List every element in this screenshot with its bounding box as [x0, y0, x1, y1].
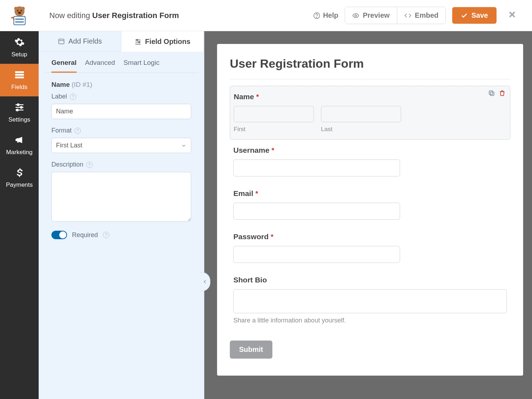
label-input[interactable]: [51, 104, 191, 119]
label-caption-row: Label ?: [51, 93, 191, 100]
required-star: *: [255, 190, 258, 198]
label-caption: Label: [51, 93, 67, 100]
description-caption: Description: [51, 161, 83, 168]
field-name-label: Name: [234, 92, 254, 101]
nav-fields-label: Fields: [11, 84, 27, 90]
description-textarea[interactable]: [51, 172, 191, 221]
svg-rect-29: [489, 91, 493, 94]
password-input[interactable]: [233, 246, 400, 263]
svg-point-11: [355, 15, 356, 16]
panel-tabs: Add Fields Field Options: [39, 31, 204, 52]
format-caption-row: Format ?: [51, 127, 191, 134]
option-subtabs: General Advanced Smart Logic: [44, 53, 199, 73]
preview-field-password[interactable]: Password *: [230, 226, 510, 269]
bio-description: Share a little information about yoursel…: [233, 317, 507, 324]
format-caption: Format: [51, 127, 72, 134]
required-caption: Required: [72, 231, 98, 239]
nav-marketing[interactable]: Marketing: [0, 129, 39, 162]
field-name: Name: [51, 81, 70, 88]
close-button[interactable]: [503, 10, 521, 21]
svg-rect-14: [15, 77, 24, 78]
nav-setup[interactable]: Setup: [0, 31, 39, 64]
svg-point-2: [21, 7, 25, 10]
close-icon: [508, 10, 516, 19]
preview-field-username[interactable]: Username *: [230, 140, 510, 183]
help-label: Help: [323, 11, 338, 19]
embed-button[interactable]: Embed: [397, 7, 446, 24]
field-tools: [488, 90, 506, 97]
svg-rect-12: [15, 71, 24, 73]
chevron-left-icon: [203, 279, 207, 284]
save-button[interactable]: Save: [452, 7, 497, 24]
svg-point-4: [21, 10, 22, 11]
preview-field-email[interactable]: Email *: [230, 183, 510, 226]
help-icon[interactable]: ?: [103, 232, 109, 238]
check-icon: [461, 12, 468, 19]
svg-rect-28: [491, 92, 494, 96]
username-input[interactable]: [233, 159, 400, 176]
help-icon[interactable]: ?: [86, 162, 93, 168]
preview-field-bio[interactable]: Short Bio Share a little information abo…: [230, 269, 510, 331]
field-id: (ID #1): [72, 81, 92, 88]
page-title: Now editing User Registration Form: [39, 11, 313, 20]
description-caption-row: Description ?: [51, 161, 191, 168]
editing-form-name: User Registration Form: [92, 11, 179, 20]
preview-field-name[interactable]: Name * First Last: [230, 86, 510, 140]
required-toggle[interactable]: [51, 231, 67, 239]
svg-point-16: [17, 104, 19, 106]
trash-icon[interactable]: [499, 90, 506, 97]
format-select[interactable]: First Last: [51, 138, 191, 153]
svg-point-5: [18, 12, 21, 14]
nav-settings[interactable]: Settings: [0, 96, 39, 129]
bio-textarea[interactable]: [233, 289, 507, 313]
add-field-icon: [58, 38, 65, 45]
tab-field-options[interactable]: Field Options: [121, 31, 204, 52]
save-label: Save: [471, 11, 488, 19]
help-icon[interactable]: ?: [74, 128, 81, 134]
help-icon[interactable]: ?: [70, 94, 76, 100]
preview-embed-group: Preview Embed: [345, 7, 446, 24]
email-input[interactable]: [233, 203, 400, 220]
preview-button[interactable]: Preview: [345, 7, 397, 24]
required-star: *: [256, 93, 259, 101]
wpforms-logo-icon: [9, 6, 30, 26]
tab-field-options-label: Field Options: [145, 38, 190, 46]
tab-add-fields[interactable]: Add Fields: [39, 31, 121, 52]
subtab-advanced[interactable]: Advanced: [85, 59, 115, 73]
duplicate-icon[interactable]: [488, 90, 495, 97]
subtab-smart-logic[interactable]: Smart Logic: [123, 59, 159, 73]
bullhorn-icon: [0, 135, 39, 147]
options-icon: [134, 38, 142, 45]
required-star: *: [272, 146, 275, 154]
eye-icon: [352, 12, 359, 19]
field-password-label: Password: [233, 232, 268, 241]
editing-prefix: Now editing: [49, 11, 90, 20]
chevron-down-icon: [181, 143, 187, 148]
dollar-icon: [0, 167, 39, 179]
nav-payments[interactable]: Payments: [0, 162, 39, 194]
nav-setup-label: Setup: [11, 51, 27, 58]
gear-icon: [0, 37, 39, 49]
svg-point-10: [316, 17, 317, 17]
field-bio-label: Short Bio: [233, 276, 267, 284]
svg-point-18: [20, 107, 22, 108]
first-name-input[interactable]: [234, 106, 314, 122]
field-heading: Name (ID #1): [44, 73, 199, 93]
help-link[interactable]: Help: [313, 11, 338, 19]
field-options-panel: Add Fields Field Options General Advance…: [39, 31, 204, 399]
left-nav: Setup Fields Settings Marketing Payments: [0, 31, 39, 399]
form-preview-card: User Registration Form Name * First: [217, 44, 523, 376]
last-name-input[interactable]: [321, 106, 401, 122]
last-name-sublabel: Last: [321, 126, 401, 133]
required-star: *: [271, 233, 273, 241]
code-icon: [404, 12, 411, 19]
field-username-label: Username: [233, 146, 270, 154]
submit-button[interactable]: Submit: [230, 341, 272, 359]
first-name-sublabel: First: [234, 126, 314, 133]
tab-add-fields-label: Add Fields: [68, 37, 102, 45]
subtab-general[interactable]: General: [51, 59, 77, 73]
nav-marketing-label: Marketing: [6, 149, 33, 156]
form-icon: [0, 69, 39, 82]
svg-point-20: [16, 109, 18, 111]
nav-fields[interactable]: Fields: [0, 64, 39, 96]
